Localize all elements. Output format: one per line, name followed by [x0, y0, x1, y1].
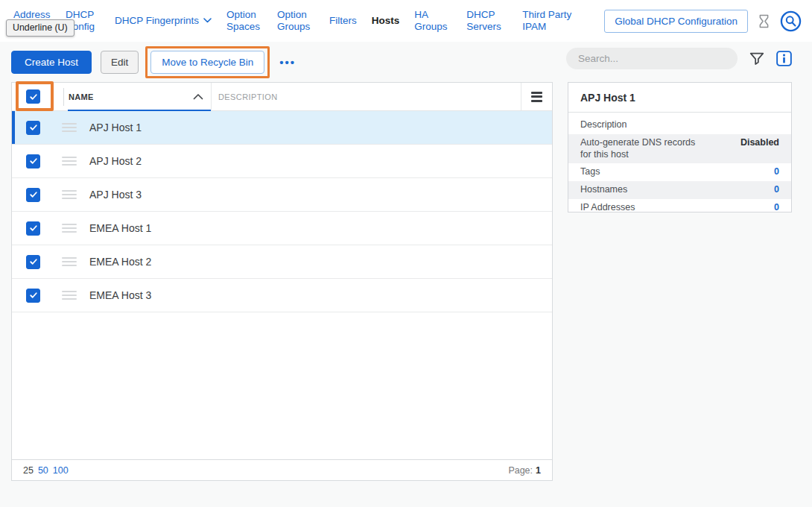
page-size-50[interactable]: 50: [38, 465, 48, 476]
checkmark-icon: [29, 123, 38, 132]
checkmark-icon: [29, 291, 38, 300]
nav-item-filters[interactable]: Filters: [329, 15, 357, 27]
hosts-table: NAME DESCRIPTION APJ Host 1 APJ Host 2: [11, 82, 553, 481]
details-row-value: Disabled: [740, 137, 779, 148]
nav-item-label: DHCP Fingerprints: [115, 15, 199, 27]
row-checkbox[interactable]: [26, 121, 40, 135]
row-name[interactable]: APJ Host 2: [89, 155, 142, 167]
table-pagination: 25 50 100 Page:1: [12, 459, 552, 480]
details-row-value[interactable]: 0: [774, 184, 779, 195]
details-row: Hostnames 0: [568, 181, 791, 199]
table-row[interactable]: APJ Host 2: [12, 145, 552, 178]
checkmark-icon: [29, 157, 38, 166]
search-icon[interactable]: [780, 10, 802, 32]
table-row[interactable]: EMEA Host 2: [12, 245, 552, 279]
table-row[interactable]: EMEA Host 3: [12, 279, 552, 312]
action-toolbar: Create Host Edit Move to Recycle Bin •••: [11, 46, 296, 78]
row-checkbox[interactable]: [26, 289, 40, 303]
search-input[interactable]: [566, 48, 738, 69]
details-row-label: Auto-generate DNS records for this host: [580, 137, 707, 160]
row-checkbox[interactable]: [26, 188, 40, 202]
details-row: Auto-generate DNS records for this host …: [568, 134, 791, 163]
details-row-label: Tags: [580, 166, 707, 178]
row-name[interactable]: EMEA Host 2: [89, 256, 151, 268]
nav-item-option-groups[interactable]: Option Groups: [277, 9, 314, 33]
drag-handle-icon[interactable]: [62, 221, 77, 235]
table-row[interactable]: APJ Host 3: [12, 178, 552, 212]
more-options-icon[interactable]: •••: [279, 57, 296, 68]
table-row[interactable]: APJ Host 1: [12, 111, 552, 145]
nav-item-dhcp-servers[interactable]: DHCP Servers: [466, 9, 507, 33]
row-checkbox[interactable]: [26, 154, 40, 169]
details-description-label: Description: [568, 113, 791, 134]
drag-handle-icon[interactable]: [62, 154, 77, 168]
info-icon[interactable]: [776, 51, 792, 66]
checkmark-icon: [29, 92, 38, 101]
filter-icon[interactable]: [749, 51, 765, 67]
checkmark-icon: [29, 190, 38, 199]
details-row-value[interactable]: 0: [774, 202, 779, 212]
search-toolbar: [566, 48, 792, 69]
nav-item-third-party-ipam[interactable]: Third Party IPAM: [522, 9, 579, 33]
details-row-value[interactable]: 0: [774, 166, 779, 177]
row-name[interactable]: EMEA Host 1: [89, 222, 151, 234]
table-row[interactable]: EMEA Host 1: [12, 212, 552, 245]
edit-button[interactable]: Edit: [101, 51, 139, 74]
nav-item-ha-groups[interactable]: HA Groups: [414, 9, 451, 33]
create-host-button[interactable]: Create Host: [11, 51, 92, 74]
table-header-row: NAME DESCRIPTION: [12, 83, 552, 111]
column-menu-glyph: [531, 89, 542, 104]
row-name[interactable]: APJ Host 1: [89, 122, 142, 133]
hourglass-icon[interactable]: [758, 14, 770, 28]
details-row: Tags 0: [568, 163, 791, 181]
row-checkbox[interactable]: [26, 221, 40, 236]
page-size-25[interactable]: 25: [23, 465, 34, 476]
global-dhcp-configuration-button[interactable]: Global DHCP Configuration: [604, 10, 748, 33]
highlight-box-recycle-button: Move to Recycle Bin: [145, 46, 270, 78]
move-to-recycle-bin-button[interactable]: Move to Recycle Bin: [150, 51, 264, 74]
drag-handle-icon[interactable]: [62, 289, 77, 302]
checkmark-icon: [29, 224, 38, 233]
tooltip-underline: Underline (U): [6, 19, 74, 37]
row-checkbox[interactable]: [26, 255, 40, 269]
row-name[interactable]: APJ Host 3: [89, 189, 142, 201]
details-title: APJ Host 1: [568, 83, 791, 113]
drag-handle-icon[interactable]: [62, 121, 77, 134]
row-name[interactable]: EMEA Host 3: [89, 289, 151, 301]
page-size-100[interactable]: 100: [53, 465, 69, 476]
chevron-down-icon: [203, 18, 212, 23]
table-empty-space: [12, 312, 552, 459]
details-row-label: Hostnames: [580, 184, 707, 196]
nav-item-option-spaces[interactable]: Option Spaces: [226, 9, 262, 33]
nav-item-hosts[interactable]: Hosts: [372, 15, 400, 27]
column-menu-icon[interactable]: [521, 83, 552, 110]
page-label: Page:: [508, 465, 533, 476]
page-number: 1: [536, 465, 541, 476]
top-navigation: Address Spaces DHCP Config DHCP Fingerpr…: [0, 0, 812, 42]
select-all-checkbox[interactable]: [26, 89, 40, 104]
page-indicator: Page:1: [508, 465, 541, 476]
column-header-description[interactable]: DESCRIPTION: [211, 83, 521, 110]
nav-right-group: Global DHCP Configuration: [604, 10, 802, 33]
column-header-name[interactable]: NAME: [63, 83, 211, 110]
column-header-description-label: DESCRIPTION: [218, 92, 278, 101]
content-area: Create Host Edit Move to Recycle Bin •••: [0, 42, 812, 507]
details-row-label: IP Addresses: [580, 202, 707, 214]
sort-ascending-icon[interactable]: [193, 93, 203, 100]
checkmark-icon: [29, 257, 38, 266]
details-row: IP Addresses 0: [568, 199, 791, 217]
column-header-name-label: NAME: [69, 92, 94, 101]
select-all-column: [12, 83, 63, 110]
nav-item-dhcp-fingerprints[interactable]: DHCP Fingerprints: [115, 15, 212, 27]
details-panel: APJ Host 1 Description Auto-generate DNS…: [568, 82, 792, 212]
drag-handle-icon[interactable]: [62, 255, 77, 268]
drag-handle-icon[interactable]: [62, 188, 77, 201]
